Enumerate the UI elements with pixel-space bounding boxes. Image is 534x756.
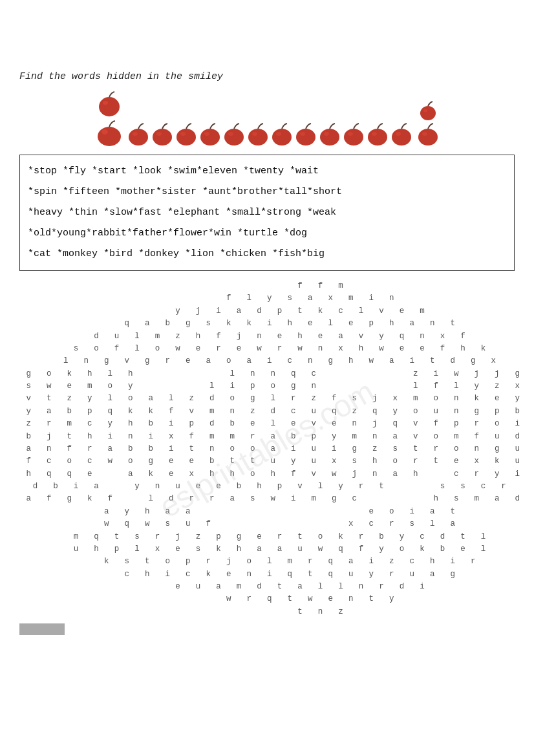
ws-row: v t z y l o a l z d o g l r z f s j x m … [19,393,515,405]
svg-point-31 [422,132,427,136]
ws-row: q a b g s k k i h e l e p h a n t [19,318,515,330]
word-list-row-4: *old*young*rabbit*father*flower*win *tur… [28,224,506,243]
ws-row: a y h a a e o i a t [19,506,515,518]
svg-point-25 [372,132,377,136]
svg-point-30 [418,129,438,146]
svg-point-9 [180,132,186,136]
svg-point-11 [204,132,209,136]
ws-row: f l y s a x m i n [19,292,515,305]
wordsearch-grid: eslprintables.com f f m f l y s a x m i … [19,280,515,618]
svg-point-8 [176,129,196,146]
instruction-text: Find the words hidden in the smiley [19,71,515,82]
apple-icon [222,121,246,147]
ws-row: s o f l o w e r e w r w n x h w e e f h … [19,343,515,355]
apple-icon [95,117,123,147]
ws-row: y a b p q k k f v m n z d c u q z q y o … [19,405,515,418]
ws-row: l n g v g r e a o a i c n g h w a i t d … [19,355,515,367]
ws-row: e u a m d t a l l n r d i [19,581,515,593]
ws-row: a n f r a b b i t n o o a i u i g z s t … [19,443,515,455]
apple-icon [416,121,440,147]
ws-row: f c o c w o g e e b t t u y u x s h o r … [19,455,515,468]
svg-point-23 [348,132,353,136]
bottom-bar [19,623,65,635]
svg-point-29 [423,109,427,113]
svg-point-28 [420,106,436,120]
right-eye [416,99,440,147]
apple-icon [366,121,389,147]
ws-row: g o k h l h l n n q c z i w j j g [19,368,515,380]
ws-row: w q w s u f x c r s l a [19,518,515,530]
word-list-box: *stop *fly *start *look *swim*eleven *tw… [19,155,515,271]
apple-icon [294,121,317,147]
svg-point-5 [133,132,138,136]
apple-icon [318,121,341,147]
svg-point-17 [276,132,281,136]
word-list-row-1: *stop *fly *start *look *swim*eleven *tw… [28,162,506,181]
svg-point-10 [200,129,220,146]
apple-icon [342,121,365,147]
ws-row: h q q e a k e x h h o h f v w j n a h c … [19,468,515,481]
apple-icon [175,121,198,147]
svg-point-4 [129,129,148,146]
svg-point-27 [396,132,401,136]
svg-point-3 [101,129,108,135]
ws-row: y j i a d p t k c l v e m [19,305,515,318]
apple-decoration [19,13,515,65]
ws-row: c h i c k e n i q t q u y r u a g [19,568,515,581]
svg-point-18 [296,129,315,146]
word-list-row-5: *cat *monkey *bird *donkey *lion *chicke… [28,244,506,264]
ws-row: f f m [19,280,515,292]
svg-point-0 [99,97,120,116]
apple-icon [270,121,294,147]
ws-row: t n z [19,606,515,618]
svg-point-15 [252,132,257,136]
left-eye [95,90,123,147]
svg-point-21 [324,132,329,136]
svg-point-7 [156,132,162,136]
svg-point-19 [300,132,305,136]
ws-row: d b i a y n u e e b h p v l y r t s s c … [19,481,515,493]
ws-row: w r q t w e n t y [19,593,515,605]
ws-row: m q t s r j z p g e r t o k r b y c d t … [19,531,515,543]
ws-row: d u l m z h f j n e h e a v y q n x f [19,330,515,343]
svg-point-22 [344,129,363,146]
svg-point-12 [224,129,244,146]
ws-row: a f g k f l d r r a s w i m g c h s m a … [19,493,515,505]
svg-point-1 [103,101,108,105]
svg-point-26 [392,129,411,146]
apple-icon [198,121,222,147]
ws-row: b j t h i n i x f m m r a b p y m n a v … [19,431,515,443]
svg-point-14 [248,129,268,146]
apple-icon [418,99,438,121]
ws-row: u h p l x e s k h a a u w q f y o k b e … [19,543,515,556]
apple-icon [97,90,122,117]
svg-point-13 [228,132,233,136]
apple-icon [151,121,174,147]
apple-icon [127,121,150,147]
smiley-apple-row [19,89,515,147]
svg-point-6 [153,129,172,146]
apple-icon [390,121,413,147]
svg-point-20 [320,129,339,146]
ws-row: s w e m o y l i p o g n l f l y z x [19,380,515,393]
ws-row: z r m c y h b i p d b e l e v e n j q v … [19,418,515,430]
svg-point-16 [272,129,292,146]
word-list-row-3: *heavy *thin *slow*fast *elephant *small… [28,203,506,222]
svg-point-2 [98,127,121,146]
svg-point-24 [368,129,387,146]
ws-row: k s t o p r j o l m r q a i z c h i r [19,556,515,568]
apple-icon [246,121,270,147]
word-list-row-2: *spin *fifteen *mother*sister *aunt*brot… [28,182,506,202]
